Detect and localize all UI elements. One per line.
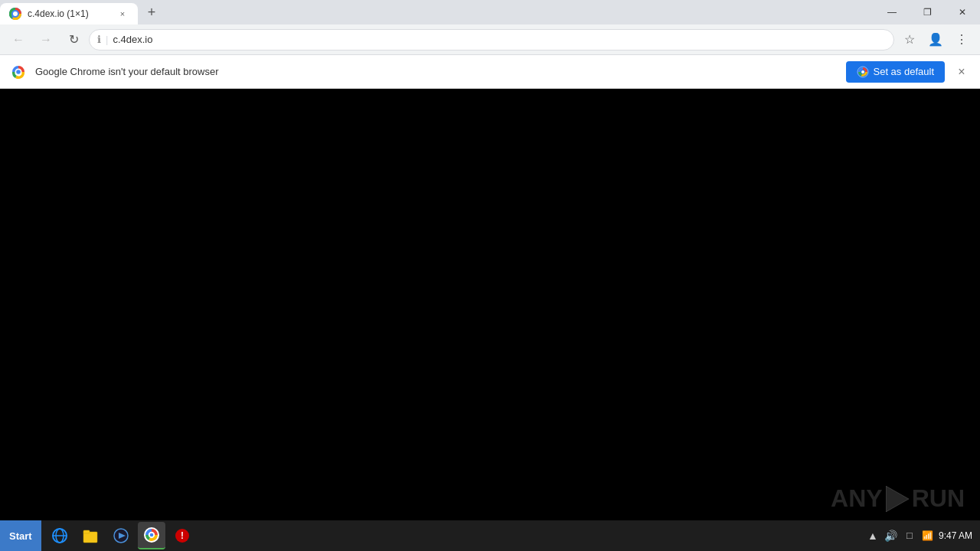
set-default-icon xyxy=(857,66,869,78)
chrome-taskbar-icon xyxy=(143,527,160,543)
navbar: ← → ↻ ℹ | c.4dex.io ☆ 👤 ⋮ xyxy=(0,24,980,55)
media-player-icon xyxy=(113,527,129,544)
taskbar-app-ie[interactable] xyxy=(46,522,74,549)
page-content xyxy=(0,89,980,520)
chrome-logo xyxy=(9,63,28,81)
reload-button[interactable]: ↻ xyxy=(61,28,86,52)
new-tab-button[interactable]: + xyxy=(141,2,162,23)
taskbar: Start xyxy=(0,520,980,551)
titlebar: c.4dex.io (1×1) × + — ❐ ✕ xyxy=(0,0,980,24)
tray-arrow-icon[interactable]: ▲ xyxy=(867,530,879,542)
svg-point-6 xyxy=(861,70,864,73)
svg-point-17 xyxy=(149,533,153,537)
menu-icon: ⋮ xyxy=(956,32,968,47)
tab-close-button[interactable]: × xyxy=(116,8,129,20)
svg-point-4 xyxy=(16,70,21,74)
svg-text:!: ! xyxy=(181,530,184,541)
bookmark-icon: ☆ xyxy=(904,32,915,47)
maximize-button[interactable]: ❐ xyxy=(910,0,945,24)
taskbar-tray-icons: ▲ 🔊 □ 📶 xyxy=(867,530,934,542)
set-default-button[interactable]: Set as default xyxy=(846,61,946,83)
bookmark-button[interactable]: ☆ xyxy=(897,28,922,52)
profile-button[interactable]: 👤 xyxy=(923,28,948,52)
window-controls: — ❐ ✕ xyxy=(874,0,980,24)
close-button[interactable]: ✕ xyxy=(945,0,980,24)
security-icon: ℹ xyxy=(97,34,101,45)
address-bar[interactable]: ℹ | c.4dex.io xyxy=(89,29,894,51)
back-icon: ← xyxy=(12,33,24,47)
stop-icon: ! xyxy=(174,527,191,544)
taskbar-app-media[interactable] xyxy=(107,522,135,549)
start-button[interactable]: Start xyxy=(0,520,41,551)
set-default-label: Set as default xyxy=(874,66,935,77)
reload-icon: ↻ xyxy=(69,32,79,47)
forward-button[interactable]: → xyxy=(34,28,58,52)
tray-volume-icon[interactable]: 🔊 xyxy=(885,530,897,542)
taskbar-right: ▲ 🔊 □ 📶 9:47 AM xyxy=(859,530,980,543)
active-tab[interactable]: c.4dex.io (1×1) × xyxy=(0,3,138,24)
back-button[interactable]: ← xyxy=(6,28,31,52)
profile-icon: 👤 xyxy=(928,32,943,47)
forward-icon: → xyxy=(40,33,52,47)
explorer-icon xyxy=(82,527,99,544)
url-divider: | xyxy=(106,34,108,45)
tray-display-icon[interactable]: □ xyxy=(903,530,916,542)
start-label: Start xyxy=(9,530,32,542)
svg-point-1 xyxy=(13,11,18,16)
time-display: 9:47 AM xyxy=(939,530,972,543)
taskbar-app-stop[interactable]: ! xyxy=(168,522,196,549)
tab-strip: c.4dex.io (1×1) × + xyxy=(0,0,874,24)
taskbar-app-explorer[interactable] xyxy=(77,522,104,549)
ie-icon xyxy=(51,527,68,544)
svg-rect-12 xyxy=(83,530,90,533)
infobar-message: Google Chrome isn't your default browser xyxy=(35,66,838,77)
infobar: Google Chrome isn't your default browser… xyxy=(0,55,980,89)
menu-button[interactable]: ⋮ xyxy=(949,28,974,52)
minimize-button[interactable]: — xyxy=(874,0,910,24)
tab-favicon xyxy=(9,8,21,20)
taskbar-apps: ! xyxy=(41,520,859,551)
infobar-close-button[interactable]: × xyxy=(952,63,971,81)
toolbar-right: ☆ 👤 ⋮ xyxy=(897,28,974,52)
tab-title: c.4dex.io (1×1) xyxy=(28,8,110,19)
url-text: c.4dex.io xyxy=(113,34,886,45)
tray-network-icon[interactable]: 📶 xyxy=(922,530,934,542)
taskbar-app-chrome[interactable] xyxy=(138,522,165,549)
